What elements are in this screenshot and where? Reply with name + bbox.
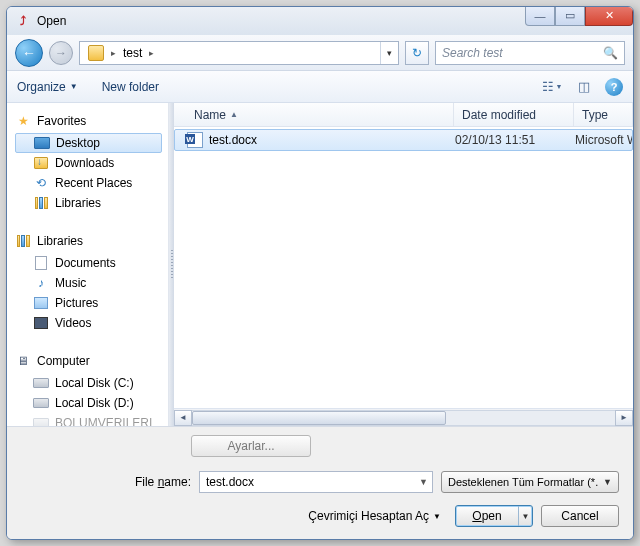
open-dialog: ⤴ Open — ▭ ✕ ← → ▸ test ▸ ▾ ↻ Search tes… xyxy=(6,6,634,540)
bottom-panel: Ayarlar... File name: test.docx▼ Destekl… xyxy=(7,426,633,539)
chevron-down-icon[interactable]: ▼ xyxy=(419,477,428,487)
scroll-right-button[interactable]: ► xyxy=(615,410,633,426)
refresh-button[interactable]: ↻ xyxy=(405,41,429,65)
cancel-button[interactable]: Cancel xyxy=(541,505,619,527)
document-icon xyxy=(35,256,47,270)
column-name[interactable]: Name▲ xyxy=(174,103,454,126)
sidebar-item-drive-c[interactable]: Local Disk (C:) xyxy=(15,373,168,393)
chevron-down-icon: ▼ xyxy=(433,512,441,521)
word-doc-icon xyxy=(187,132,203,148)
libraries-icon xyxy=(16,235,30,247)
toolbar: Organize▼ New folder ☷ ▼ ◫ ? xyxy=(7,71,633,103)
settings-button[interactable]: Ayarlar... xyxy=(191,435,311,457)
desktop-icon xyxy=(34,137,50,149)
sidebar-item-music[interactable]: ♪Music xyxy=(15,273,168,293)
sidebar-group-favorites[interactable]: ★Favorites xyxy=(15,111,168,133)
nav-row: ← → ▸ test ▸ ▾ ↻ Search test 🔍 xyxy=(7,35,633,71)
drive-icon xyxy=(33,378,49,388)
chevron-right-icon[interactable]: ▸ xyxy=(108,48,119,58)
preview-pane-button[interactable]: ◫ xyxy=(573,76,595,98)
filename-input[interactable]: test.docx▼ xyxy=(199,471,433,493)
search-input[interactable]: Search test 🔍 xyxy=(435,41,625,65)
search-placeholder: Search test xyxy=(442,46,503,60)
filename-label: File name: xyxy=(21,475,191,489)
back-button[interactable]: ← xyxy=(15,39,43,67)
file-list[interactable]: test.docx 02/10/13 11:51 Microsoft W xyxy=(174,127,633,408)
address-dropdown[interactable]: ▾ xyxy=(380,42,398,64)
minimize-button[interactable]: — xyxy=(525,6,555,26)
star-icon: ★ xyxy=(15,113,31,129)
search-icon: 🔍 xyxy=(603,46,618,60)
filetype-dropdown[interactable]: Desteklenen Tüm Formatlar (*.▼ xyxy=(441,471,619,493)
organize-menu[interactable]: Organize▼ xyxy=(17,80,78,94)
file-date: 02/10/13 11:51 xyxy=(455,133,575,147)
online-account-button[interactable]: Çevrimiçi Hesaptan Aç▼ xyxy=(302,509,447,523)
sidebar-item-downloads[interactable]: Downloads xyxy=(15,153,168,173)
scroll-track[interactable] xyxy=(192,410,615,426)
recent-icon: ⟲ xyxy=(33,175,49,191)
pictures-icon xyxy=(34,297,48,309)
videos-icon xyxy=(34,317,48,329)
maximize-button[interactable]: ▭ xyxy=(555,6,585,26)
music-icon: ♪ xyxy=(33,275,49,291)
sidebar-item-desktop[interactable]: Desktop xyxy=(15,133,162,153)
scroll-left-button[interactable]: ◄ xyxy=(174,410,192,426)
breadcrumb-folder[interactable]: test xyxy=(123,46,142,60)
drive-icon xyxy=(33,418,49,426)
sidebar-group-computer[interactable]: 🖥Computer xyxy=(15,351,168,373)
sidebar-item-drive-other[interactable]: BOLUMVERILERI xyxy=(15,413,168,426)
scroll-thumb[interactable] xyxy=(192,411,446,425)
file-row[interactable]: test.docx 02/10/13 11:51 Microsoft W xyxy=(174,129,633,151)
window-title: Open xyxy=(37,14,66,28)
folder-icon xyxy=(88,45,104,61)
column-type[interactable]: Type xyxy=(574,103,633,126)
column-headers: Name▲ Date modified Type xyxy=(174,103,633,127)
column-date[interactable]: Date modified xyxy=(454,103,574,126)
file-name: test.docx xyxy=(209,133,257,147)
horizontal-scrollbar[interactable]: ◄ ► xyxy=(174,408,633,426)
sidebar-item-drive-d[interactable]: Local Disk (D:) xyxy=(15,393,168,413)
forward-button[interactable]: → xyxy=(49,41,73,65)
file-type: Microsoft W xyxy=(575,133,632,147)
close-button[interactable]: ✕ xyxy=(585,6,633,26)
open-button[interactable]: Open▼ xyxy=(455,505,533,527)
computer-icon: 🖥 xyxy=(15,353,31,369)
sidebar-item-recent[interactable]: ⟲Recent Places xyxy=(15,173,168,193)
file-list-panel: Name▲ Date modified Type test.docx 02/10… xyxy=(174,103,633,426)
new-folder-button[interactable]: New folder xyxy=(102,80,159,94)
chevron-right-icon[interactable]: ▸ xyxy=(146,48,157,58)
titlebar: ⤴ Open — ▭ ✕ xyxy=(7,7,633,35)
sidebar-item-pictures[interactable]: Pictures xyxy=(15,293,168,313)
chevron-down-icon: ▼ xyxy=(70,82,78,91)
sidebar-group-libraries[interactable]: Libraries xyxy=(15,231,168,253)
sidebar: ★Favorites Desktop Downloads ⟲Recent Pla… xyxy=(7,103,169,426)
sidebar-item-documents[interactable]: Documents xyxy=(15,253,168,273)
libraries-icon xyxy=(34,197,48,209)
downloads-icon xyxy=(34,157,48,169)
view-menu[interactable]: ☷ ▼ xyxy=(541,76,563,98)
sidebar-item-libraries-fav[interactable]: Libraries xyxy=(15,193,168,213)
sidebar-item-videos[interactable]: Videos xyxy=(15,313,168,333)
sort-indicator-icon: ▲ xyxy=(230,110,238,119)
drive-icon xyxy=(33,398,49,408)
app-icon: ⤴ xyxy=(15,13,31,29)
open-split-dropdown[interactable]: ▼ xyxy=(518,506,532,526)
help-button[interactable]: ? xyxy=(605,78,623,96)
chevron-down-icon[interactable]: ▼ xyxy=(603,477,612,487)
address-bar[interactable]: ▸ test ▸ ▾ xyxy=(79,41,399,65)
